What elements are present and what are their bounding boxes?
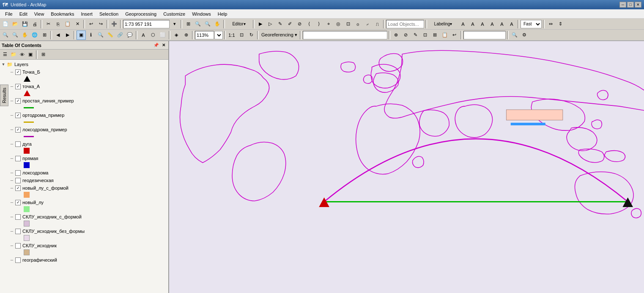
globe-btn[interactable]: 🌐	[30, 30, 39, 40]
checkbox-sklu-noform[interactable]	[15, 229, 21, 234]
expand-sklu-noform[interactable]: ─	[9, 229, 14, 234]
zoom-fit-btn[interactable]: ⊡	[237, 30, 246, 40]
toc-selection-view-btn[interactable]: ▣	[27, 51, 34, 58]
delete-button[interactable]: ✕	[73, 19, 82, 29]
georef-btn6[interactable]: 📋	[440, 30, 449, 40]
menu-windows[interactable]: Windows	[189, 11, 214, 17]
edit-vertices-btn[interactable]: ◈	[172, 30, 181, 40]
add-data-button[interactable]: ➕	[110, 19, 119, 29]
layers-group-header[interactable]: ▼ 📁 Layers	[0, 61, 168, 68]
layer-row-sklu-noform[interactable]: ─ СКЛУ_исходник_без_формы	[8, 227, 168, 235]
georef-btn3[interactable]: ✎	[411, 30, 420, 40]
layer-row-sklu[interactable]: ─ СКЛУ_исходник	[8, 242, 168, 249]
tb-btn-extra1[interactable]: ▶	[256, 19, 265, 29]
toc-pin-btn[interactable]: 📌	[152, 43, 160, 47]
layer-row-pryamaya[interactable]: ─ прямая	[8, 155, 168, 162]
toc-expand-all-btn[interactable]: ⊞	[39, 51, 47, 58]
html-popup-tool[interactable]: 💬	[125, 30, 134, 40]
georef-layer-input[interactable]	[303, 31, 387, 39]
expand-prostaya[interactable]: ─	[9, 98, 14, 103]
layer-row-loksodroma[interactable]: ─ локсодрома	[8, 169, 168, 177]
toc-source-view-btn[interactable]: 📁	[10, 51, 17, 58]
find-tool[interactable]: 🔍	[96, 30, 105, 40]
menu-geoprocessing[interactable]: Geoprocessing	[122, 11, 160, 17]
checkbox-ortodroma[interactable]	[15, 113, 21, 118]
expand-pryamaya[interactable]: ─	[9, 156, 14, 161]
layer-row-tochka-a[interactable]: ─ точка_А	[8, 83, 168, 90]
select-tool[interactable]: ▣	[77, 30, 86, 40]
layer-row-geographic[interactable]: ─ географический	[8, 256, 168, 264]
menu-selection[interactable]: Selection	[96, 11, 122, 17]
expand-geodez[interactable]: ─	[9, 178, 14, 183]
checkbox-pryamaya[interactable]	[15, 156, 21, 161]
checkbox-novy-lu[interactable]	[15, 200, 21, 205]
layer-row-duga[interactable]: ─ дуга	[8, 140, 168, 148]
expand-ortodroma[interactable]: ─	[9, 113, 14, 118]
checkbox-loksodroma-primer[interactable]	[15, 127, 21, 133]
pan-button[interactable]: ✋	[213, 19, 222, 29]
tb-btn-extra12[interactable]: ⌿	[363, 19, 372, 29]
toc-visibility-view-btn[interactable]: 👁	[18, 51, 26, 58]
copy-button[interactable]: ⎘	[53, 19, 63, 29]
undo-button[interactable]: ↩	[86, 19, 96, 29]
print-button[interactable]: 🖨	[30, 19, 39, 29]
options-btn[interactable]: ⚙	[520, 30, 529, 40]
expand-sklu-form[interactable]: ─	[9, 214, 14, 219]
forward-btn[interactable]: ▶	[63, 30, 72, 40]
georef-btn7[interactable]: ↩	[450, 30, 459, 40]
layer-row-prostaya[interactable]: ─ простая_линия_пример	[8, 97, 168, 105]
paste-button[interactable]: 📋	[63, 19, 72, 29]
layer-row-tochka-b[interactable]: ─ Точка_Б	[8, 68, 168, 76]
checkbox-loksodroma[interactable]	[15, 170, 21, 176]
georef-btn1[interactable]: ⊕	[392, 30, 401, 40]
georef-btn4[interactable]: ⊡	[421, 30, 430, 40]
expand-tochka-b[interactable]: ─	[9, 69, 14, 75]
label-btn3[interactable]: A	[478, 19, 487, 29]
checkbox-geodez[interactable]	[15, 178, 21, 183]
collapse-button[interactable]: ⇕	[556, 19, 565, 29]
search-btn[interactable]: 🔍	[510, 30, 519, 40]
redo-button[interactable]: ↪	[96, 19, 105, 29]
checkbox-duga[interactable]	[15, 141, 21, 147]
graphics-btn2[interactable]: ⬡	[148, 30, 158, 40]
label-btn2[interactable]: A	[468, 19, 477, 29]
scale-dropdown[interactable]: ▾	[170, 19, 179, 29]
expand-novy-lu[interactable]: ─	[9, 200, 14, 205]
measure-tool[interactable]: 📏	[106, 30, 115, 40]
menu-edit[interactable]: Edit	[16, 11, 31, 17]
expand-sklu[interactable]: ─	[9, 243, 14, 248]
tb-btn-extra3[interactable]: ✎	[275, 19, 285, 29]
extent-btn[interactable]: ⊞	[40, 30, 49, 40]
menu-view[interactable]: View	[31, 11, 48, 17]
tb-btn-extra4[interactable]: ✐	[285, 19, 294, 29]
tb-btn-extra8[interactable]: ⌖	[324, 19, 333, 29]
georef-btn5[interactable]: ⊞	[430, 30, 440, 40]
expand-tochka-a[interactable]: ─	[9, 84, 14, 89]
zoom-dropdown[interactable]: ▾	[214, 31, 223, 39]
back-btn[interactable]: ◀	[53, 30, 63, 40]
map-area[interactable]	[169, 41, 644, 293]
menu-customize[interactable]: Customize	[160, 11, 189, 17]
menu-insert[interactable]: Insert	[77, 11, 96, 17]
tb-btn-extra5[interactable]: ⊘	[295, 19, 304, 29]
layer-row-ortodroma[interactable]: ─ ортодрома_пример	[8, 111, 168, 119]
minimize-button[interactable]: ─	[619, 2, 626, 8]
zoom-tool[interactable]: 🔍	[1, 30, 10, 40]
close-button[interactable]: ✕	[635, 2, 641, 8]
label-btn5[interactable]: A	[497, 19, 507, 29]
zoom-percent-input[interactable]: 113%	[195, 31, 214, 39]
layer-row-novy-lu-form[interactable]: ─ новый_лу_с_формой	[8, 184, 168, 192]
cut-button[interactable]: ✂	[44, 19, 53, 29]
graphics-btn3[interactable]: ⬜	[158, 30, 167, 40]
toc-close-btn[interactable]: ✕	[161, 43, 167, 47]
new-button[interactable]: 📄	[1, 19, 10, 29]
zoom-out-tool[interactable]: 🔍	[11, 30, 20, 40]
scale-input[interactable]: 1:73 957 191	[123, 20, 170, 28]
edit-btn2[interactable]: ⊕	[181, 30, 191, 40]
expand-loksodroma[interactable]: ─	[9, 170, 14, 175]
rotate-btn[interactable]: ↻	[247, 30, 256, 40]
georef-label[interactable]: Georeferencing ▾	[260, 32, 299, 38]
add-graphics-btn[interactable]: A	[139, 30, 148, 40]
checkbox-geographic[interactable]	[15, 257, 21, 263]
zoom-in-button[interactable]: 🔍	[193, 19, 203, 29]
